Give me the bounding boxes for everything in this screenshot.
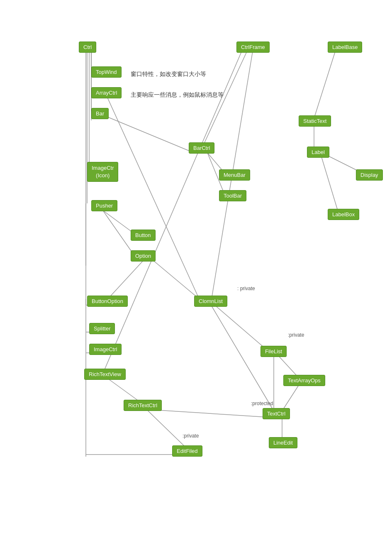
svg-line-29 xyxy=(147,410,187,448)
node-richtextview: RichTextView xyxy=(84,369,126,380)
svg-line-24 xyxy=(216,306,265,349)
svg-line-32 xyxy=(282,385,299,411)
node-splitter: Splitter xyxy=(89,323,115,334)
badge-private-3: :private xyxy=(183,433,199,439)
svg-line-18 xyxy=(103,210,133,253)
node-labelbox: LabelBox xyxy=(328,209,359,220)
svg-line-20 xyxy=(153,261,199,299)
svg-line-10 xyxy=(314,49,336,118)
svg-line-30 xyxy=(158,410,268,417)
node-arrayctrl: ArrayCtrl xyxy=(91,87,122,98)
svg-line-23 xyxy=(107,97,199,299)
node-buttonoption: ButtonOption xyxy=(87,296,128,307)
node-bar: Bar xyxy=(91,108,109,119)
diagram-container: Ctrl CtrlFrame LabelBase TopWind ArrayCt… xyxy=(0,0,392,555)
node-button: Button xyxy=(131,230,156,241)
node-label: Label xyxy=(307,147,329,158)
badge-private-2: :private xyxy=(288,332,304,338)
node-topwind: TopWind xyxy=(91,66,122,78)
node-statictext: StaticText xyxy=(299,115,331,127)
node-ctrl: Ctrl xyxy=(79,42,96,53)
node-toolbar: ToolBar xyxy=(219,190,246,201)
node-textarrayops: TextArrayOps xyxy=(283,375,325,386)
svg-line-27 xyxy=(212,306,274,411)
badge-protected: :protected xyxy=(251,401,273,406)
node-imagectricon: ImageCtr (Icon) xyxy=(87,162,118,182)
connection-lines xyxy=(0,0,392,555)
node-ctrlframe: CtrlFrame xyxy=(236,42,270,53)
svg-line-28 xyxy=(108,379,141,403)
node-option: Option xyxy=(131,250,156,262)
svg-line-17 xyxy=(103,210,133,232)
node-menubar: MenuBar xyxy=(219,169,250,181)
node-editfiled: EditFiled xyxy=(172,445,202,457)
svg-line-19 xyxy=(108,261,143,299)
node-clomnlist: ClomnList xyxy=(194,296,227,307)
node-lineedit: LineEdit xyxy=(269,437,297,448)
annotation-arrayctrl: 主要响应一些消息，例如鼠标消息等 xyxy=(131,91,224,99)
annotation-topwind: 窗口特性，如改变窗口大小等 xyxy=(131,71,206,78)
svg-line-13 xyxy=(321,157,338,212)
node-pusher: Pusher xyxy=(91,200,117,211)
node-filelist: FileList xyxy=(261,346,287,357)
node-imagectrl: ImageCtrl xyxy=(89,344,122,355)
node-display: Display xyxy=(356,169,383,181)
node-barctrl: BarCtrl xyxy=(189,142,214,154)
node-textctrl: TextCtrl xyxy=(263,408,290,419)
node-richtextctrl: RichTextCtrl xyxy=(124,400,162,411)
svg-line-7 xyxy=(106,116,191,152)
badge-private-1: : private xyxy=(237,286,255,291)
node-labelbase: LabelBase xyxy=(328,42,362,53)
